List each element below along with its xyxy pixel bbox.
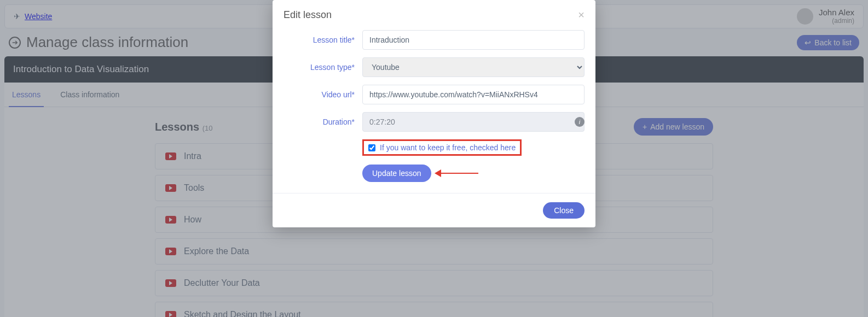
modal-overlay: Edit lesson × Lesson title* Lesson type*… — [0, 0, 868, 317]
annotation-arrow — [440, 173, 478, 174]
close-button[interactable]: Close — [543, 202, 585, 219]
edit-lesson-modal: Edit lesson × Lesson title* Lesson type*… — [273, 0, 595, 227]
lesson-title-input[interactable] — [362, 30, 585, 50]
lesson-type-select[interactable]: Youtube — [362, 57, 585, 77]
free-checkbox-label[interactable]: If you want to keep it free, checked her… — [380, 143, 516, 152]
lesson-title-label: Lesson title* — [283, 36, 355, 44]
duration-label: Duration* — [283, 118, 355, 126]
free-checkbox-row: If you want to keep it free, checked her… — [362, 139, 522, 156]
video-url-input[interactable] — [362, 85, 585, 104]
duration-input — [362, 112, 585, 132]
modal-close-x[interactable]: × — [578, 9, 585, 21]
update-lesson-button[interactable]: Update lesson — [362, 165, 431, 182]
modal-title: Edit lesson — [283, 9, 332, 21]
video-url-label: Video url* — [283, 90, 355, 99]
lesson-type-label: Lesson type* — [283, 63, 355, 72]
info-icon[interactable]: i — [575, 117, 585, 127]
free-checkbox[interactable] — [368, 144, 375, 151]
